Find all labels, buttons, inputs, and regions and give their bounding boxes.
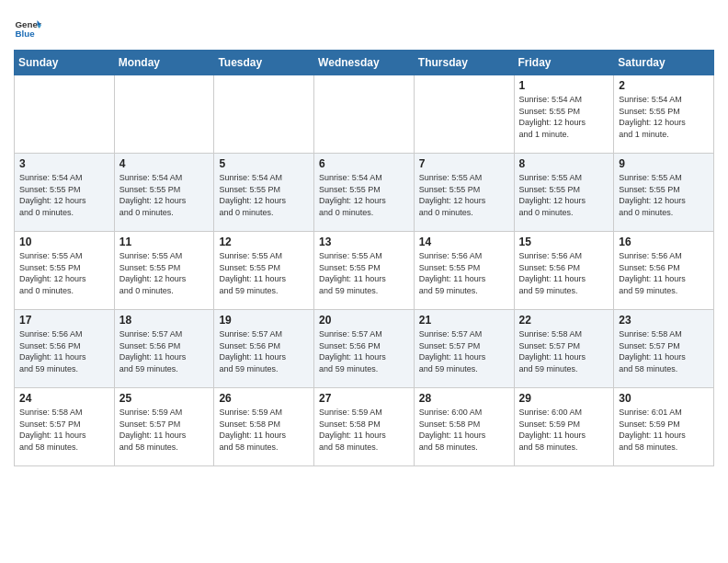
- cell-info: Sunrise: 5:58 AM Sunset: 5:57 PM Dayligh…: [619, 328, 709, 374]
- day-number: 28: [419, 392, 509, 405]
- cell-info: Sunrise: 5:59 AM Sunset: 5:58 PM Dayligh…: [319, 407, 409, 453]
- day-number: 11: [119, 236, 210, 248]
- header: General Blue: [14, 9, 714, 42]
- day-number: 23: [619, 314, 709, 327]
- day-number: 2: [619, 79, 709, 92]
- cell-info: Sunrise: 6:01 AM Sunset: 5:59 PM Dayligh…: [619, 407, 709, 453]
- weekday-header-friday: Friday: [514, 51, 614, 75]
- calendar-cell: 30Sunrise: 6:01 AM Sunset: 5:59 PM Dayli…: [614, 388, 714, 466]
- logo: General Blue: [14, 15, 41, 42]
- cell-info: Sunrise: 5:55 AM Sunset: 5:55 PM Dayligh…: [319, 250, 409, 296]
- cell-info: Sunrise: 5:55 AM Sunset: 5:55 PM Dayligh…: [119, 250, 210, 296]
- calendar-cell: 3Sunrise: 5:54 AM Sunset: 5:55 PM Daylig…: [15, 154, 115, 232]
- cell-info: Sunrise: 5:58 AM Sunset: 5:57 PM Dayligh…: [519, 328, 609, 374]
- day-number: 9: [619, 157, 709, 170]
- cell-info: Sunrise: 5:59 AM Sunset: 5:58 PM Dayligh…: [219, 407, 309, 453]
- calendar-cell: 28Sunrise: 6:00 AM Sunset: 5:58 PM Dayli…: [414, 388, 514, 466]
- day-number: 16: [619, 236, 709, 248]
- week-row-4: 17Sunrise: 5:56 AM Sunset: 5:56 PM Dayli…: [15, 310, 714, 388]
- day-number: 29: [519, 392, 609, 405]
- weekday-header-saturday: Saturday: [614, 51, 714, 75]
- calendar-cell: 8Sunrise: 5:55 AM Sunset: 5:55 PM Daylig…: [514, 154, 614, 232]
- calendar-cell: 7Sunrise: 5:55 AM Sunset: 5:55 PM Daylig…: [414, 154, 514, 232]
- cell-info: Sunrise: 5:54 AM Sunset: 5:55 PM Dayligh…: [519, 94, 609, 140]
- calendar-cell: 23Sunrise: 5:58 AM Sunset: 5:57 PM Dayli…: [614, 310, 714, 388]
- day-number: 8: [519, 157, 609, 170]
- calendar-cell: 2Sunrise: 5:54 AM Sunset: 5:55 PM Daylig…: [614, 75, 714, 154]
- calendar-cell: 26Sunrise: 5:59 AM Sunset: 5:58 PM Dayli…: [214, 388, 314, 466]
- calendar-cell: [314, 75, 415, 154]
- cell-info: Sunrise: 5:57 AM Sunset: 5:57 PM Dayligh…: [419, 328, 509, 374]
- day-number: 30: [619, 392, 709, 405]
- cell-info: Sunrise: 5:56 AM Sunset: 5:56 PM Dayligh…: [19, 328, 109, 374]
- svg-text:Blue: Blue: [16, 29, 36, 39]
- day-number: 12: [219, 236, 309, 248]
- cell-info: Sunrise: 5:54 AM Sunset: 5:55 PM Dayligh…: [319, 172, 409, 218]
- weekday-header-sunday: Sunday: [15, 51, 115, 75]
- cell-info: Sunrise: 5:57 AM Sunset: 5:56 PM Dayligh…: [119, 328, 210, 374]
- day-number: 7: [419, 157, 509, 170]
- day-number: 13: [319, 236, 409, 248]
- calendar-cell: 27Sunrise: 5:59 AM Sunset: 5:58 PM Dayli…: [314, 388, 415, 466]
- cell-info: Sunrise: 5:54 AM Sunset: 5:55 PM Dayligh…: [19, 172, 109, 218]
- cell-info: Sunrise: 5:55 AM Sunset: 5:55 PM Dayligh…: [219, 250, 309, 296]
- calendar-cell: [214, 75, 314, 154]
- day-number: 27: [319, 392, 409, 405]
- cell-info: Sunrise: 5:54 AM Sunset: 5:55 PM Dayligh…: [219, 172, 309, 218]
- calendar-cell: 15Sunrise: 5:56 AM Sunset: 5:56 PM Dayli…: [514, 232, 614, 310]
- weekday-header-monday: Monday: [114, 51, 214, 75]
- day-number: 19: [219, 314, 309, 327]
- logo-icon: General Blue: [14, 15, 41, 42]
- day-number: 4: [119, 157, 210, 170]
- day-number: 5: [219, 157, 309, 170]
- day-number: 21: [419, 314, 509, 327]
- page: General Blue SundayMondayTuesdayWednesda…: [0, 0, 728, 480]
- calendar-cell: 11Sunrise: 5:55 AM Sunset: 5:55 PM Dayli…: [114, 232, 214, 310]
- day-number: 17: [19, 314, 109, 327]
- day-number: 1: [519, 79, 609, 92]
- calendar-cell: 17Sunrise: 5:56 AM Sunset: 5:56 PM Dayli…: [15, 310, 115, 388]
- cell-info: Sunrise: 5:57 AM Sunset: 5:56 PM Dayligh…: [319, 328, 409, 374]
- weekday-header-wednesday: Wednesday: [314, 51, 415, 75]
- calendar-cell: 13Sunrise: 5:55 AM Sunset: 5:55 PM Dayli…: [314, 232, 415, 310]
- cell-info: Sunrise: 6:00 AM Sunset: 5:59 PM Dayligh…: [519, 407, 609, 453]
- cell-info: Sunrise: 6:00 AM Sunset: 5:58 PM Dayligh…: [419, 407, 509, 453]
- calendar-cell: 14Sunrise: 5:56 AM Sunset: 5:55 PM Dayli…: [414, 232, 514, 310]
- cell-info: Sunrise: 5:55 AM Sunset: 5:55 PM Dayligh…: [419, 172, 509, 218]
- day-number: 14: [419, 236, 509, 248]
- cell-info: Sunrise: 5:59 AM Sunset: 5:57 PM Dayligh…: [119, 407, 210, 453]
- calendar-cell: 29Sunrise: 6:00 AM Sunset: 5:59 PM Dayli…: [514, 388, 614, 466]
- calendar-table: SundayMondayTuesdayWednesdayThursdayFrid…: [14, 50, 714, 466]
- day-number: 26: [219, 392, 309, 405]
- calendar-cell: 9Sunrise: 5:55 AM Sunset: 5:55 PM Daylig…: [614, 154, 714, 232]
- weekday-header-thursday: Thursday: [414, 51, 514, 75]
- calendar-cell: [114, 75, 214, 154]
- cell-info: Sunrise: 5:56 AM Sunset: 5:55 PM Dayligh…: [419, 250, 509, 296]
- day-number: 24: [19, 392, 109, 405]
- calendar-cell: 4Sunrise: 5:54 AM Sunset: 5:55 PM Daylig…: [114, 154, 214, 232]
- cell-info: Sunrise: 5:56 AM Sunset: 5:56 PM Dayligh…: [619, 250, 709, 296]
- day-number: 18: [119, 314, 210, 327]
- calendar-cell: 18Sunrise: 5:57 AM Sunset: 5:56 PM Dayli…: [114, 310, 214, 388]
- week-row-3: 10Sunrise: 5:55 AM Sunset: 5:55 PM Dayli…: [15, 232, 714, 310]
- cell-info: Sunrise: 5:57 AM Sunset: 5:56 PM Dayligh…: [219, 328, 309, 374]
- calendar-cell: 5Sunrise: 5:54 AM Sunset: 5:55 PM Daylig…: [214, 154, 314, 232]
- cell-info: Sunrise: 5:54 AM Sunset: 5:55 PM Dayligh…: [619, 94, 709, 140]
- cell-info: Sunrise: 5:56 AM Sunset: 5:56 PM Dayligh…: [519, 250, 609, 296]
- calendar-cell: 21Sunrise: 5:57 AM Sunset: 5:57 PM Dayli…: [414, 310, 514, 388]
- calendar-cell: 12Sunrise: 5:55 AM Sunset: 5:55 PM Dayli…: [214, 232, 314, 310]
- calendar-cell: 24Sunrise: 5:58 AM Sunset: 5:57 PM Dayli…: [15, 388, 115, 466]
- day-number: 25: [119, 392, 210, 405]
- calendar-cell: [414, 75, 514, 154]
- day-number: 6: [319, 157, 409, 170]
- calendar-cell: 22Sunrise: 5:58 AM Sunset: 5:57 PM Dayli…: [514, 310, 614, 388]
- calendar-cell: [15, 75, 115, 154]
- weekday-header-tuesday: Tuesday: [214, 51, 314, 75]
- calendar-cell: 6Sunrise: 5:54 AM Sunset: 5:55 PM Daylig…: [314, 154, 415, 232]
- calendar-cell: 16Sunrise: 5:56 AM Sunset: 5:56 PM Dayli…: [614, 232, 714, 310]
- calendar-cell: 20Sunrise: 5:57 AM Sunset: 5:56 PM Dayli…: [314, 310, 415, 388]
- calendar-cell: 19Sunrise: 5:57 AM Sunset: 5:56 PM Dayli…: [214, 310, 314, 388]
- cell-info: Sunrise: 5:55 AM Sunset: 5:55 PM Dayligh…: [19, 250, 109, 296]
- calendar-cell: 1Sunrise: 5:54 AM Sunset: 5:55 PM Daylig…: [514, 75, 614, 154]
- cell-info: Sunrise: 5:55 AM Sunset: 5:55 PM Dayligh…: [519, 172, 609, 218]
